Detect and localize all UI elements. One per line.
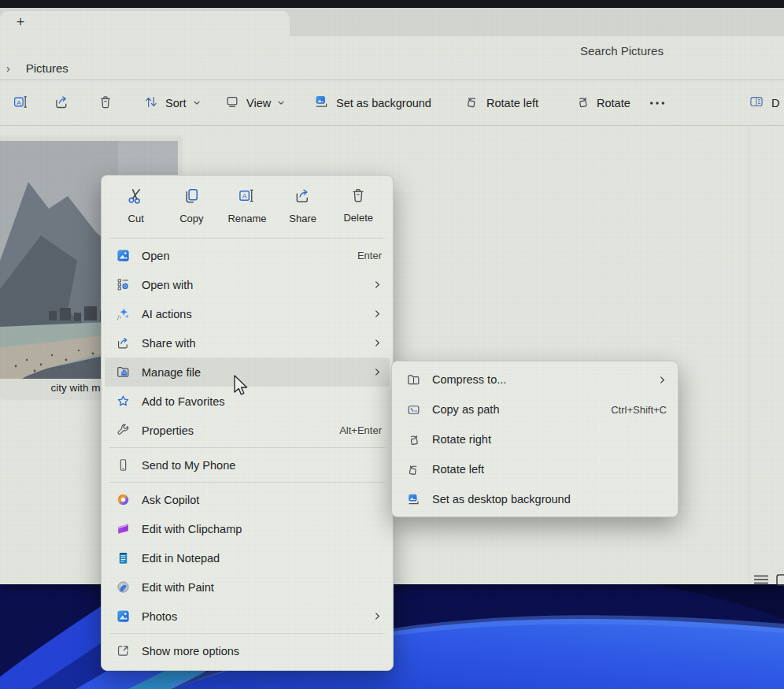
chevron-right-icon: [658, 376, 667, 384]
quick-actions-row: Cut Copy A Rename Share Delete: [102, 179, 393, 235]
see-more-button[interactable]: [649, 97, 666, 109]
cut-button[interactable]: Cut: [112, 187, 161, 224]
details-pane-label: D: [771, 97, 779, 109]
breadcrumb-location[interactable]: Pictures: [26, 61, 68, 75]
view-icon: [224, 94, 240, 112]
rotate-left-label: Rotate left: [486, 97, 538, 109]
paint-icon: [114, 579, 131, 596]
menu-separator: [109, 482, 385, 483]
copy-label: Copy: [179, 213, 203, 224]
svg-text:A: A: [242, 192, 247, 200]
copy-as-path-icon: [405, 401, 422, 418]
open-photo-icon: [114, 247, 131, 265]
ellipsis-icon: [649, 97, 666, 109]
set-as-background-icon: [313, 94, 330, 113]
submenu-item-rotate-left[interactable]: Rotate left: [395, 454, 675, 484]
chevron-right-icon: [373, 612, 382, 620]
rotate-button[interactable]: Rotate: [575, 94, 631, 112]
compress-folder-icon: [405, 371, 422, 388]
rotate-left-button[interactable]: Rotate left: [464, 94, 538, 112]
command-toolbar: A Sort View Set as background: [0, 80, 784, 126]
manage-file-submenu: Compress to... Copy as path Ctrl+Shift+C…: [391, 361, 679, 517]
rename-label: Rename: [227, 213, 266, 224]
photos-app-icon: [114, 608, 131, 625]
active-tab[interactable]: [0, 11, 290, 36]
properties-wrench-icon: [114, 422, 131, 439]
pane-divider: [749, 126, 749, 584]
thumbnail-view-toggle-icon[interactable]: [776, 573, 784, 591]
rename-button[interactable]: A Rename: [223, 187, 272, 224]
tab-bar: +: [0, 8, 784, 36]
screen-bezel: [0, 0, 784, 8]
submenu-item-compress-to[interactable]: Compress to...: [395, 365, 675, 395]
menu-item-ask-copilot[interactable]: Ask Copilot: [105, 485, 390, 514]
shortcut-label: Enter: [357, 250, 382, 261]
menu-item-show-more-options[interactable]: Show more options: [105, 636, 390, 665]
menu-item-open-with[interactable]: Open with: [105, 270, 390, 299]
menu-item-edit-with-clipchamp[interactable]: Edit with Clipchamp: [105, 514, 390, 543]
show-more-options-icon: [114, 643, 131, 660]
chevron-right-icon: [373, 368, 382, 376]
details-pane-button[interactable]: D: [748, 94, 779, 112]
delete-button[interactable]: Delete: [334, 187, 383, 224]
notepad-icon: [114, 550, 131, 567]
open-with-icon: [114, 276, 131, 294]
share-icon: [294, 187, 312, 207]
menu-separator: [109, 447, 385, 448]
sort-label: Sort: [165, 97, 187, 109]
menu-item-edit-with-paint[interactable]: Edit with Paint: [105, 572, 390, 602]
copilot-icon: [114, 491, 131, 509]
breadcrumb[interactable]: › Pictures: [6, 61, 68, 75]
cut-label: Cut: [128, 213, 144, 224]
share-label: Share: [289, 213, 316, 224]
search-input[interactable]: Search Pictures: [580, 44, 664, 57]
menu-item-ai-actions[interactable]: AI actions: [105, 299, 390, 328]
svg-text:A: A: [17, 98, 21, 106]
share-button[interactable]: Share: [279, 187, 327, 224]
rotate-left-icon: [464, 94, 480, 112]
trash-icon: [98, 94, 113, 112]
menu-item-photos[interactable]: Photos: [105, 602, 390, 631]
menu-item-share-with[interactable]: Share with: [105, 328, 390, 357]
set-as-desktop-background-icon: [405, 491, 422, 508]
shortcut-label: Alt+Enter: [339, 424, 382, 436]
sort-button[interactable]: Sort: [143, 94, 201, 112]
menu-item-send-to-my-phone[interactable]: Send to My Phone: [105, 450, 390, 480]
copy-button[interactable]: Copy: [167, 187, 216, 224]
submenu-item-set-as-desktop-background[interactable]: Set as desktop background: [395, 484, 675, 514]
photographed-screen: + Search Pictures › Pictures A Sort: [0, 0, 784, 689]
sort-icon: [143, 94, 159, 112]
details-pane-icon: [748, 94, 765, 112]
rename-icon: A: [13, 94, 29, 113]
share-button[interactable]: [54, 94, 70, 113]
copy-icon: [183, 187, 201, 207]
menu-item-edit-in-notepad[interactable]: Edit in Notepad: [105, 543, 390, 572]
menu-item-properties[interactable]: Properties Alt+Enter: [105, 416, 390, 445]
navigation-bar: Search Pictures › Pictures: [0, 36, 784, 80]
delete-button[interactable]: [98, 94, 113, 112]
manage-file-icon: [114, 364, 131, 381]
details-view-toggle-icon[interactable]: [753, 574, 770, 590]
chevron-down-icon: [277, 97, 285, 109]
menu-item-open[interactable]: Open Enter: [105, 241, 390, 270]
rotate-right-icon: [405, 431, 422, 448]
clipchamp-icon: [114, 520, 131, 538]
menu-separator: [109, 633, 385, 634]
new-tab-button[interactable]: +: [11, 13, 30, 31]
submenu-item-rotate-right[interactable]: Rotate right: [395, 424, 675, 454]
set-as-background-button[interactable]: Set as background: [313, 94, 431, 113]
menu-separator: [109, 238, 385, 239]
chevron-right-icon: [373, 309, 382, 318]
rotate-label: Rotate: [597, 97, 631, 109]
favorites-star-icon: [114, 393, 131, 410]
trash-icon: [349, 187, 367, 206]
view-button[interactable]: View: [224, 94, 285, 112]
view-label: View: [246, 97, 271, 109]
submenu-item-copy-as-path[interactable]: Copy as path Ctrl+Shift+C: [395, 395, 675, 424]
delete-label: Delete: [343, 212, 373, 224]
chevron-right-icon: [373, 280, 382, 289]
rename-button[interactable]: A: [13, 94, 29, 113]
share-with-icon: [114, 335, 131, 352]
mouse-cursor: [233, 375, 250, 402]
breadcrumb-chevron-icon: ›: [6, 62, 10, 75]
